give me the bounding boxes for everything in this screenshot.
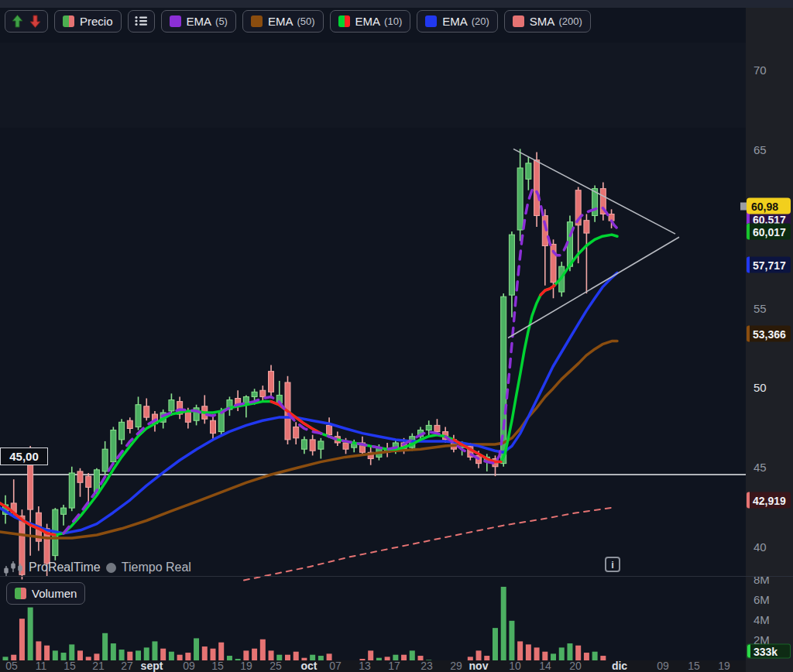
price-axis[interactable]: 7065555045408M6M4M2M60,51760,01760,9857,… bbox=[746, 8, 793, 672]
time-axis-label: 07 bbox=[329, 660, 342, 672]
watermark: ProRealTime Tiempo Real bbox=[3, 557, 191, 578]
ema5-swatch-icon bbox=[170, 15, 181, 27]
time-axis-label: 15 bbox=[64, 660, 76, 672]
time-axis-label: 29 bbox=[450, 660, 462, 672]
realtime-status-dot bbox=[106, 563, 116, 573]
axis-tick-55: 55 bbox=[754, 302, 767, 315]
time-axis-label: 27 bbox=[121, 660, 133, 672]
time-axis[interactable]: 0511152127sept09151925oct0713172329nov10… bbox=[0, 660, 746, 672]
ema10-label: EMA bbox=[355, 15, 381, 28]
window-top-strip bbox=[0, 0, 793, 8]
trading-app-window: Precio EMA (5) EMA (50) EMA (10) EMA bbox=[0, 0, 793, 672]
prorealtime-logo-icon bbox=[3, 557, 23, 578]
ema10-swatch-icon bbox=[338, 15, 350, 27]
axis-tick-6M: 6M bbox=[754, 593, 770, 606]
time-axis-label: 05 bbox=[5, 660, 18, 672]
order-buttons[interactable] bbox=[5, 10, 48, 33]
toolbar: Precio EMA (5) EMA (50) EMA (10) EMA bbox=[5, 9, 591, 33]
indicator-button-ema10[interactable]: EMA (10) bbox=[330, 10, 411, 33]
indicator-button-ema20[interactable]: EMA (20) bbox=[417, 10, 498, 33]
buy-up-arrow-icon[interactable] bbox=[12, 15, 23, 28]
time-axis-label: 14 bbox=[539, 660, 551, 672]
time-axis-label: 11 bbox=[36, 660, 47, 672]
axis-tick-65: 65 bbox=[754, 143, 767, 156]
last-price-badge: 60,98 bbox=[747, 198, 791, 214]
ema20-swatch-icon bbox=[425, 15, 437, 27]
time-axis-label: 15 bbox=[211, 660, 224, 672]
time-axis-label: 17 bbox=[388, 660, 400, 672]
time-axis-label: oct bbox=[301, 660, 318, 672]
price-series-label: Precio bbox=[80, 15, 113, 28]
ema5-param: (5) bbox=[215, 15, 228, 27]
ema50-param: (50) bbox=[297, 15, 314, 27]
indicator-price-badge: 60,017 bbox=[747, 224, 791, 240]
sma200-param: (200) bbox=[558, 15, 582, 27]
volume-indicator-button[interactable]: Volumen bbox=[6, 582, 85, 605]
list-icon bbox=[135, 15, 148, 26]
time-axis-label: 15 bbox=[688, 660, 700, 672]
indicator-price-badge: 57,717 bbox=[747, 257, 791, 273]
volume-swatch-icon bbox=[15, 588, 26, 599]
time-axis-label: 25 bbox=[269, 660, 282, 672]
brand-name: ProRealTime bbox=[29, 561, 101, 574]
indicator-button-sma200[interactable]: SMA (200) bbox=[504, 10, 591, 33]
time-axis-label: 19 bbox=[240, 660, 252, 672]
axis-tick-40: 40 bbox=[754, 540, 767, 554]
indicator-button-ema5[interactable]: EMA (5) bbox=[161, 10, 236, 33]
info-button[interactable]: i bbox=[605, 557, 620, 572]
ema5-label: EMA bbox=[187, 15, 212, 28]
axis-tick-45: 45 bbox=[754, 461, 767, 474]
time-axis-label: 21 bbox=[92, 660, 105, 672]
time-axis-label: 19 bbox=[718, 660, 730, 672]
time-axis-label: nov bbox=[469, 660, 489, 672]
sma200-swatch-icon bbox=[513, 15, 524, 27]
time-axis-label: 20 bbox=[569, 660, 582, 672]
last-volume-badge: 333k bbox=[747, 644, 791, 659]
ema50-swatch-icon bbox=[251, 15, 263, 27]
sma200-label: SMA bbox=[530, 15, 555, 28]
realtime-label: Tiempo Real bbox=[122, 561, 191, 574]
axis-tick-4M: 4M bbox=[754, 613, 770, 626]
sell-down-arrow-icon[interactable] bbox=[29, 15, 41, 28]
time-axis-label: 23 bbox=[421, 660, 433, 672]
indicator-button-ema50[interactable]: EMA (50) bbox=[242, 10, 324, 33]
time-axis-label: 13 bbox=[359, 660, 371, 672]
ema50-label: EMA bbox=[268, 15, 294, 28]
price-swatch-icon bbox=[63, 15, 74, 27]
volume-pane[interactable] bbox=[0, 584, 746, 668]
time-axis-label: dic bbox=[612, 660, 627, 672]
time-axis-label: 09 bbox=[657, 660, 669, 672]
axis-tick-50: 50 bbox=[754, 381, 767, 394]
axis-tick-70: 70 bbox=[754, 63, 767, 77]
volume-label: Volumen bbox=[32, 587, 77, 600]
indicator-price-badge: 42,919 bbox=[747, 492, 791, 509]
time-axis-label: 09 bbox=[183, 660, 195, 672]
axis-tick-8M: 8M bbox=[754, 573, 770, 586]
horizontal-line-price-label: 45,00 bbox=[0, 447, 48, 465]
ema10-param: (10) bbox=[384, 15, 402, 27]
time-axis-label: sept bbox=[141, 660, 163, 672]
price-pane[interactable] bbox=[0, 43, 746, 584]
ema20-param: (20) bbox=[472, 15, 489, 27]
ema20-label: EMA bbox=[442, 15, 468, 28]
indicator-list-button[interactable] bbox=[128, 10, 155, 33]
price-series-button[interactable]: Precio bbox=[54, 10, 122, 33]
indicator-price-badge: 53,366 bbox=[747, 326, 791, 342]
time-axis-label: 10 bbox=[509, 660, 521, 672]
last-price-tick bbox=[740, 202, 747, 210]
